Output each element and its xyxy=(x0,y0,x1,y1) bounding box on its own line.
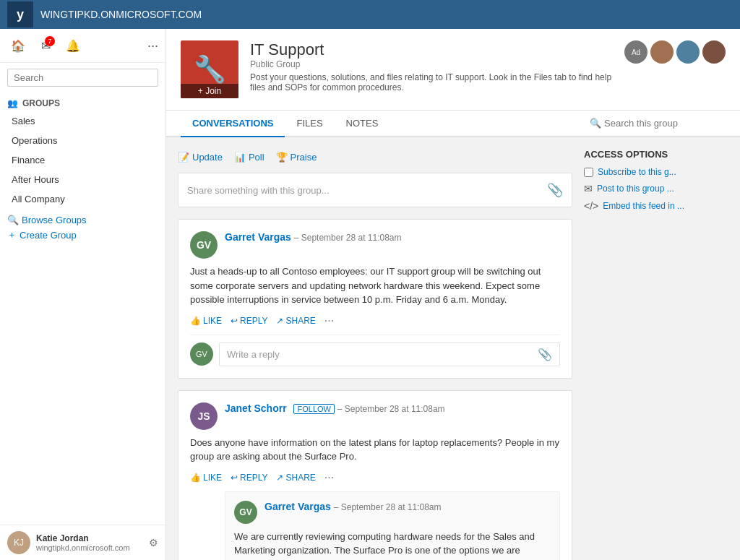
reply-button-1[interactable]: ↩ REPLY xyxy=(231,316,267,326)
sidebar: 🏠 ✉ 7 🔔 ··· 👥 GROUPS Sales Operations Fi… xyxy=(0,29,166,560)
conv-meta-1: Garret Vargas – September 28 at 11:08am xyxy=(225,231,560,243)
post-label: Post to this group ... xyxy=(597,184,674,194)
feed-area: 📝 Update 📊 Poll 🏆 Praise Share something… xyxy=(178,149,572,560)
notifications-button[interactable]: 🔔 xyxy=(62,35,84,56)
update-button[interactable]: 📝 Update xyxy=(178,149,223,165)
sidebar-item-all-company[interactable]: All Company xyxy=(0,189,165,209)
follow-button[interactable]: FOLLOW xyxy=(293,404,334,414)
share-button-2[interactable]: ↗ SHARE xyxy=(276,473,315,483)
tab-search: 🔍 xyxy=(590,111,726,136)
nested-time: – September 28 at 11:08am xyxy=(334,502,442,512)
more-button[interactable]: ··· xyxy=(147,38,158,53)
user-email: wingtipkd.onmicrosoft.com xyxy=(36,543,143,552)
subscribe-checkbox[interactable] xyxy=(584,168,593,177)
like-button-1[interactable]: 👍 LIKE xyxy=(190,316,222,326)
sidebar-user: KJ Katie Jordan wingtipkd.onmicrosoft.co… xyxy=(0,525,165,560)
home-button[interactable]: 🏠 xyxy=(7,35,29,56)
join-button[interactable]: + Join xyxy=(181,84,238,98)
praise-icon: 🏆 xyxy=(276,152,288,163)
group-logo-icon: 🔧 xyxy=(194,54,226,85)
user-info: Katie Jordan wingtipkd.onmicrosoft.com xyxy=(36,533,143,552)
tab-notes[interactable]: NOTES xyxy=(335,111,390,137)
reply-attachment-icon[interactable]: 📎 xyxy=(538,348,552,361)
sidebar-item-sales[interactable]: Sales xyxy=(0,111,165,131)
code-icon: </> xyxy=(584,200,598,212)
mail-badge: 7 xyxy=(45,36,55,46)
search-input[interactable] xyxy=(7,69,158,87)
subscribe-option[interactable]: Subscribe to this g... xyxy=(584,167,728,177)
group-tabs: CONVERSATIONS FILES NOTES 🔍 xyxy=(166,111,740,137)
topbar-domain: WINGTIPKD.ONMICROSOFT.COM xyxy=(40,9,202,20)
content-area: 📝 Update 📊 Poll 🏆 Praise Share something… xyxy=(166,137,740,560)
conv-avatar-garret: GV xyxy=(190,231,218,259)
group-members: Ad xyxy=(624,40,726,64)
main-content: 🔧 + Join IT Support Public Group Post yo… xyxy=(166,29,740,560)
attachment-icon[interactable]: 📎 xyxy=(547,182,563,198)
conv-header-1: GV Garret Vargas – September 28 at 11:08… xyxy=(190,231,560,259)
praise-button[interactable]: 🏆 Praise xyxy=(276,149,317,165)
poll-icon: 📊 xyxy=(234,152,246,163)
group-logo: 🔧 + Join xyxy=(181,40,238,98)
embed-label: Embed this feed in ... xyxy=(603,201,684,211)
member-avatar-1 xyxy=(650,40,674,64)
nested-body: We are currently reviewing computing har… xyxy=(234,530,551,561)
tab-search-icon: 🔍 xyxy=(590,118,601,129)
conv-header-2: JS Janet Schorr FOLLOW – September 28 at… xyxy=(190,402,560,430)
reply-box-1: GV Write a reply 📎 xyxy=(190,335,560,366)
sidebar-search-container xyxy=(0,63,165,92)
sidebar-item-operations[interactable]: Operations xyxy=(0,131,165,150)
plus-icon: ＋ xyxy=(7,228,17,241)
sidebar-item-after-hours[interactable]: After Hours xyxy=(0,170,165,189)
group-info: IT Support Public Group Post your questi… xyxy=(250,40,613,92)
update-icon: 📝 xyxy=(178,152,189,163)
reply-avatar-1: GV xyxy=(190,343,213,366)
group-header: 🔧 + Join IT Support Public Group Post yo… xyxy=(166,29,740,111)
member-avatar-3 xyxy=(702,40,726,64)
sidebar-icons: 🏠 ✉ 7 🔔 ··· xyxy=(0,29,165,63)
browse-groups-link[interactable]: 🔍 Browse Groups xyxy=(7,215,158,225)
group-name: IT Support xyxy=(250,40,613,59)
conv-body-2: Does anyone have information on the late… xyxy=(190,436,560,464)
tab-files[interactable]: FILES xyxy=(285,111,334,137)
settings-icon[interactable]: ⚙ xyxy=(149,537,158,548)
conv-author-1[interactable]: Garret Vargas xyxy=(225,231,291,243)
side-panel: ACCESS OPTIONS Subscribe to this g... ✉ … xyxy=(584,149,728,560)
group-type: Public Group xyxy=(250,59,613,69)
more-actions-1[interactable]: ··· xyxy=(324,314,334,327)
nested-author[interactable]: Garret Vargas xyxy=(264,501,331,512)
create-group-link[interactable]: ＋ Create Group xyxy=(7,228,158,241)
more-actions-2[interactable]: ··· xyxy=(324,471,334,484)
member-avatar-admin: Ad xyxy=(624,40,648,64)
tab-conversations[interactable]: CONVERSATIONS xyxy=(181,111,285,137)
sidebar-nav: Sales Operations Finance After Hours All… xyxy=(0,111,165,209)
like-button-2[interactable]: 👍 LIKE xyxy=(190,473,222,483)
share-button-1[interactable]: ↗ SHARE xyxy=(276,316,315,326)
nested-avatar: GV xyxy=(234,501,257,524)
sidebar-item-finance[interactable]: Finance xyxy=(0,150,165,170)
layout: 🏠 ✉ 7 🔔 ··· 👥 GROUPS Sales Operations Fi… xyxy=(0,29,740,560)
reply-input-1[interactable]: Write a reply 📎 xyxy=(219,343,560,366)
post-option[interactable]: ✉ Post to this group ... xyxy=(584,183,728,194)
group-description: Post your questions, solutions, and file… xyxy=(250,72,613,92)
post-box[interactable]: Share something with this group... 📎 xyxy=(178,173,572,207)
reply-button-2[interactable]: ↩ REPLY xyxy=(231,473,267,483)
conv-footer-2: 👍 LIKE ↩ REPLY ↗ SHARE ··· xyxy=(190,471,560,484)
conv-author-2[interactable]: Janet Schorr xyxy=(225,402,287,414)
app-logo[interactable]: y xyxy=(7,1,33,27)
avatar: KJ xyxy=(7,531,30,554)
topbar: y WINGTIPKD.ONMICROSOFT.COM xyxy=(0,0,740,29)
embed-option[interactable]: </> Embed this feed in ... xyxy=(584,200,728,212)
conv-avatar-janet: JS xyxy=(190,402,218,430)
conversation-2: JS Janet Schorr FOLLOW – September 28 at… xyxy=(178,390,572,561)
access-options-title: ACCESS OPTIONS xyxy=(584,149,728,160)
group-search-input[interactable] xyxy=(604,118,726,129)
conv-time-1: – September 28 at 11:08am xyxy=(294,233,402,243)
email-icon: ✉ xyxy=(584,183,593,194)
nested-reply-1: GV Garret Vargas – September 28 at 11:08… xyxy=(225,491,560,561)
mail-button[interactable]: ✉ 7 xyxy=(35,35,56,56)
groups-section-label: 👥 GROUPS xyxy=(0,92,165,111)
user-name: Katie Jordan xyxy=(36,533,143,543)
poll-button[interactable]: 📊 Poll xyxy=(234,149,264,165)
conv-time-2: – September 28 at 11:08am xyxy=(337,404,445,414)
nested-header: GV Garret Vargas – September 28 at 11:08… xyxy=(234,501,551,524)
